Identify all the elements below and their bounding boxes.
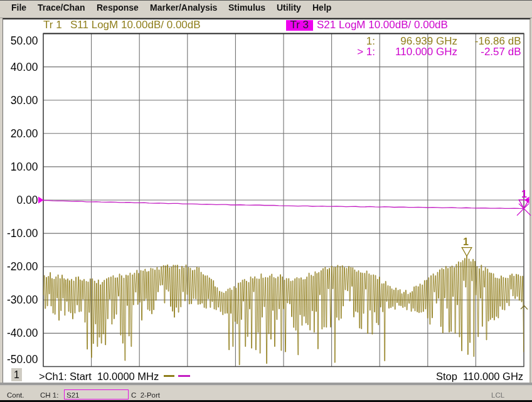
- y-axis-label: 30.00: [0, 95, 38, 106]
- plot-canvas: 11: [0, 0, 532, 402]
- marker-number-label: 1: [521, 189, 527, 199]
- y-axis-label: 20.00: [0, 128, 38, 139]
- y-axis-label: -40.00: [0, 327, 38, 339]
- y-axis-label: -10.00: [0, 228, 38, 239]
- marker-number-label: 1: [463, 236, 469, 247]
- marker-triangle-s11[interactable]: [462, 248, 472, 257]
- y-axis-label: -20.00: [0, 261, 38, 272]
- trace3-label-highlighted[interactable]: Tr 3: [286, 20, 313, 31]
- y-axis-label: 0.00: [0, 194, 38, 206]
- y-axis-label: -50.00: [0, 354, 38, 365]
- trace1-legend-dash: [164, 375, 174, 377]
- status-channel-label: CH 1:: [40, 391, 58, 399]
- y-axis-label: 10.00: [0, 161, 38, 172]
- status-calibration: C 2-Port: [131, 391, 160, 399]
- marker-number-readout: 1:: [331, 36, 375, 47]
- channel-number-label: 1: [11, 368, 22, 381]
- marker-value-readout: -2.57 dB: [457, 46, 521, 58]
- y-axis-label: 40.00: [0, 61, 38, 73]
- stop-frequency-annotation[interactable]: Stop 110.000 GHz: [436, 371, 523, 383]
- marker-value-readout: -16.86 dB: [457, 36, 521, 47]
- marker-frequency-readout: 96.939 GHz: [375, 36, 457, 47]
- channel-start-annotation[interactable]: >Ch1: Start 10.0000 MHz: [39, 371, 159, 383]
- marker-number-readout: > 1:: [331, 46, 375, 58]
- trace1-label[interactable]: Tr 1: [43, 19, 62, 31]
- trace3-legend-dash: [178, 375, 190, 377]
- trace3-label-text: Tr 3: [286, 20, 313, 31]
- status-measurement: S21: [66, 391, 79, 399]
- trace3-settings[interactable]: S21 LogM 10.00dB/ 0.00dB: [317, 19, 448, 31]
- marker-frequency-readout: 110.000 GHz: [375, 46, 457, 58]
- sweep-status: Cont.: [7, 391, 24, 399]
- trace1-settings[interactable]: S11 LogM 10.00dB/ 0.00dB: [70, 19, 201, 31]
- status-remote-lcl: LCL: [491, 391, 504, 399]
- channel-number-button[interactable]: 1: [11, 368, 22, 381]
- y-axis-label: -30.00: [0, 294, 38, 305]
- y-axis-label: 50.00: [0, 35, 38, 46]
